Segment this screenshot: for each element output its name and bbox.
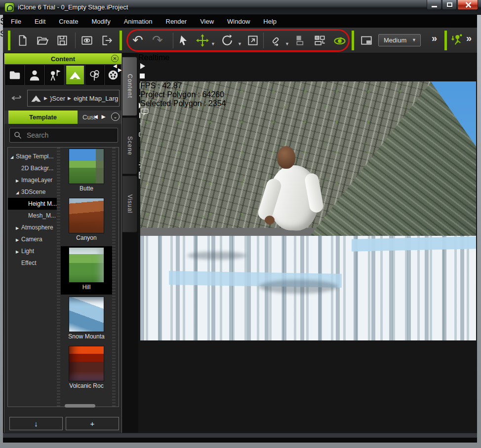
tree-item[interactable]: ▶Camera: [8, 233, 60, 245]
tree-item[interactable]: Mesh_M...: [8, 210, 60, 222]
minimize-button[interactable]: [427, 0, 441, 10]
thumbnail-scrollbar[interactable]: [112, 148, 116, 407]
character-calibration-icon[interactable]: [449, 34, 463, 47]
link-tool-icon[interactable]: [269, 34, 282, 47]
toolbar-divider: [173, 33, 173, 48]
tree-item-label: Height M...: [28, 200, 57, 207]
category-folder-icon[interactable]: [5, 65, 24, 85]
menu-edit[interactable]: Edit: [35, 18, 45, 25]
category-prop-icon[interactable]: [45, 65, 64, 85]
viewport-3d[interactable]: FPS : 42.87 Project Polygon : 64260 Sele…: [140, 81, 476, 340]
breadcrumb-segment[interactable]: )Scer: [50, 95, 65, 102]
thumbnail-item[interactable]: Butte: [61, 148, 112, 196]
redo-icon[interactable]: ↷: [152, 32, 163, 48]
thumbnail-hscrollbar[interactable]: [65, 404, 95, 408]
tab-nav-left-icon[interactable]: ◀: [94, 113, 98, 120]
thumbnail-label: Hill: [61, 284, 112, 291]
tree-expand-icon[interactable]: ▶: [16, 234, 21, 245]
thumbnail-item[interactable]: Volcanic Roc: [61, 345, 112, 393]
realtime-button[interactable]: Realtime: [138, 53, 477, 62]
toolbar-overflow-chevron[interactable]: »: [466, 33, 472, 44]
category-nav-right-icon[interactable]: ▶: [118, 67, 122, 73]
open-project-icon[interactable]: [36, 34, 49, 47]
move-tool-icon[interactable]: [196, 34, 209, 47]
thumbnail-item[interactable]: Snow Mounta: [61, 296, 112, 344]
panel-close-icon[interactable]: ✕: [111, 55, 119, 62]
thumbnail-image[interactable]: [69, 149, 104, 184]
tree-expand-icon[interactable]: ▶: [16, 223, 21, 233]
tree-item[interactable]: ◢Stage Templ...: [8, 150, 60, 162]
side-tab-visual[interactable]: Visual: [122, 176, 137, 232]
maximize-button[interactable]: [442, 0, 457, 10]
thumbnail-image[interactable]: [69, 346, 104, 381]
rotate-tool-icon[interactable]: [220, 34, 234, 47]
toolbar-overflow-chevron[interactable]: »: [432, 33, 437, 44]
menu-render[interactable]: Render: [166, 18, 187, 25]
tab-nav-right-icon[interactable]: ▶: [102, 113, 106, 120]
tree-item[interactable]: ▶Atmosphere: [8, 222, 60, 233]
scale-tool-icon[interactable]: [246, 34, 260, 47]
add-template-button[interactable]: +: [66, 417, 119, 430]
search-input[interactable]: [26, 131, 110, 140]
content-panel-header[interactable]: Content ✕: [4, 53, 121, 64]
apply-template-button[interactable]: ↓: [9, 417, 63, 430]
new-project-icon[interactable]: [16, 34, 30, 47]
thumbnail-image[interactable]: [69, 198, 104, 233]
tree-item[interactable]: Effect: [8, 257, 60, 269]
tree-expand-icon[interactable]: ◢: [10, 151, 16, 162]
select-tool-icon[interactable]: [177, 34, 191, 47]
tree-item[interactable]: ◢3DScene: [8, 186, 60, 198]
breadcrumb-segment[interactable]: eight Map_Larg: [74, 95, 118, 102]
align-move-icon[interactable]: [313, 34, 327, 47]
thumbnail-image[interactable]: [69, 297, 104, 332]
menu-create[interactable]: Create: [59, 18, 78, 25]
category-nav-left-icon[interactable]: ◀: [113, 63, 117, 69]
tree-item-selected[interactable]: Height M...: [8, 198, 60, 210]
side-tab-strip: Content Scene Visual: [122, 53, 138, 438]
link-tool-caret[interactable]: ▼: [285, 41, 289, 46]
stop-button[interactable]: [138, 72, 477, 82]
undo-icon[interactable]: ↶: [132, 32, 143, 48]
visibility-eye-icon[interactable]: [333, 34, 347, 47]
menu-view[interactable]: View: [200, 18, 214, 25]
move-tool-caret[interactable]: ▼: [211, 41, 215, 46]
application-window: iClone 6 Trial - 0_Empty Stage.iProject …: [0, 0, 481, 448]
screen-layout-icon[interactable]: [360, 34, 373, 47]
tree-scrollbar[interactable]: [57, 148, 60, 407]
tree-expand-icon[interactable]: ◢: [16, 187, 21, 198]
breadcrumb[interactable]: ▶ )Scer ▶ eight Map_Larg: [27, 90, 120, 107]
close-button[interactable]: [457, 0, 478, 10]
quality-dropdown[interactable]: Medium ▼: [378, 34, 421, 46]
render-preview-icon[interactable]: [80, 34, 94, 47]
thumbnail-item-selected[interactable]: Hill: [61, 246, 112, 295]
thumbnail-item[interactable]: Canyon: [61, 197, 112, 245]
menu-file[interactable]: File: [11, 18, 21, 25]
side-tab-content[interactable]: Content: [122, 57, 137, 116]
tree-expand-icon[interactable]: ▶: [16, 246, 21, 257]
menu-modify[interactable]: Modify: [91, 18, 110, 25]
tab-template[interactable]: Template: [8, 111, 78, 124]
save-project-icon[interactable]: [55, 34, 69, 47]
collapse-panel-icon[interactable]: ⌄: [111, 112, 120, 121]
thumbnail-image[interactable]: [69, 247, 104, 283]
category-nature-icon[interactable]: [85, 65, 104, 85]
menu-help[interactable]: Help: [263, 18, 277, 25]
tree-item-label: ImageLayer: [21, 177, 52, 184]
category-actor-icon[interactable]: [25, 65, 44, 85]
tree-expand-icon[interactable]: ▶: [16, 175, 21, 186]
play-button[interactable]: [138, 62, 477, 72]
category-stage-icon[interactable]: [66, 65, 84, 85]
tree-item[interactable]: 2D Backgr...: [8, 162, 60, 174]
tree-item[interactable]: ▶Light: [8, 245, 60, 257]
rotate-tool-caret[interactable]: ▼: [238, 41, 242, 46]
side-tab-scene[interactable]: Scene: [122, 117, 137, 174]
menu-window[interactable]: Window: [227, 18, 250, 25]
cat-shadow: [187, 252, 246, 260]
back-arrow-icon[interactable]: ↩: [11, 92, 22, 104]
title-bar[interactable]: iClone 6 Trial - 0_Empty Stage.iProject: [0, 0, 481, 15]
menu-animation[interactable]: Animation: [124, 18, 153, 25]
align-object-icon[interactable]: [294, 34, 308, 47]
export-icon[interactable]: [100, 34, 114, 47]
tree-item[interactable]: ▶ImageLayer: [8, 174, 60, 186]
content-panel-title: Content: [51, 55, 75, 63]
